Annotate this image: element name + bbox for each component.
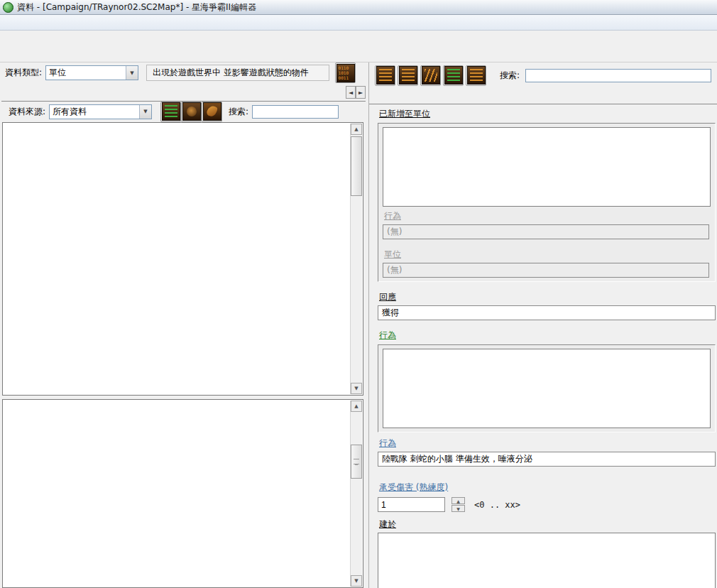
tree-view-icon bbox=[162, 102, 180, 121]
scroll-down-icon[interactable] bbox=[351, 575, 362, 587]
default-field-icon bbox=[467, 66, 486, 85]
data-type-label: 資料類型: bbox=[5, 67, 42, 79]
window-title: 資料 - [Campaign/TRaynor02.SC2Map*] - 星海爭霸… bbox=[17, 1, 256, 13]
tree-search-label: 搜索: bbox=[229, 106, 248, 118]
view-raw-data-button[interactable] bbox=[335, 62, 356, 83]
damage-taken-input[interactable] bbox=[378, 497, 445, 512]
gnarled-root-icon bbox=[182, 102, 201, 121]
unit-field[interactable]: (無) bbox=[383, 263, 709, 278]
field-search-label: 搜索: bbox=[500, 70, 520, 82]
behavior-field-label[interactable]: 行為 bbox=[384, 210, 401, 222]
show-defaults-button[interactable] bbox=[466, 65, 486, 86]
tree-search-input[interactable] bbox=[252, 105, 339, 119]
raw-field-icon bbox=[422, 66, 440, 85]
object-tree-scrollbar[interactable] bbox=[350, 124, 362, 394]
chevron-down-icon[interactable] bbox=[126, 66, 138, 80]
tab-scroll-buttons bbox=[346, 86, 366, 99]
unit-field-label[interactable]: 單位 bbox=[384, 249, 401, 261]
object-tree-panel bbox=[2, 122, 363, 396]
field-source-icon bbox=[399, 66, 417, 85]
behavior-field-value: (無) bbox=[387, 226, 402, 238]
data-type-select[interactable]: 單位 bbox=[45, 65, 138, 80]
left-pane: 資料類型: 單位 出現於遊戲世界中 並影響遊戲狀態的物件 資料來源: 所有資料 … bbox=[0, 62, 366, 588]
modified-field-icon bbox=[444, 66, 463, 85]
response-link[interactable]: 回應 bbox=[379, 291, 396, 303]
view-tree-button[interactable] bbox=[160, 102, 181, 122]
data-type-row: 資料類型: 單位 出現於遊戲世界中 並影響遊戲狀態的物件 bbox=[0, 63, 366, 82]
damage-taken-row: <0 .. xx> bbox=[378, 497, 717, 512]
attached-units-table[interactable] bbox=[383, 127, 711, 207]
damage-taken-stepper bbox=[451, 497, 465, 512]
data-type-description: 出現於遊戲世界中 並影響遊戲狀態的物件 bbox=[146, 65, 329, 81]
unit-field-value: (無) bbox=[387, 264, 402, 276]
behavior-text-value: 陸戰隊 刺蛇的小腦 準備生效，唾液分泌 bbox=[382, 453, 532, 465]
based-on-table[interactable] bbox=[378, 533, 716, 588]
added-to-units-link[interactable]: 已新增至單位 bbox=[379, 108, 430, 120]
scroll-thumb[interactable] bbox=[351, 445, 362, 479]
left-tab-bar bbox=[1, 82, 366, 102]
tab-scroll-right-icon[interactable] bbox=[356, 86, 366, 99]
object-tree bbox=[4, 124, 351, 395]
response-field[interactable]: 獲得 bbox=[378, 305, 716, 320]
damage-taken-link[interactable]: 承受傷害 (熟練度) bbox=[379, 481, 448, 494]
data-source-row: 資料來源: 所有資料 搜索: bbox=[0, 102, 366, 121]
field-tree-scrollbar[interactable] bbox=[350, 401, 362, 587]
behavior-text-link[interactable]: 行為 bbox=[379, 437, 396, 450]
tab-scroll-left-icon[interactable] bbox=[346, 86, 356, 99]
behaviors-list-link[interactable]: 行為 bbox=[379, 330, 396, 342]
scroll-thumb[interactable] bbox=[351, 136, 362, 196]
damage-taken-range: <0 .. xx> bbox=[474, 500, 520, 510]
app-logo-icon bbox=[3, 2, 13, 13]
menu-bar bbox=[0, 15, 717, 31]
behavior-text-field[interactable]: 陸戰隊 刺蛇的小腦 準備生效，唾液分泌 bbox=[378, 452, 716, 467]
scroll-up-icon[interactable] bbox=[351, 124, 362, 135]
binary-xml-icon bbox=[336, 64, 355, 82]
sort-fields-button[interactable] bbox=[375, 65, 395, 86]
based-on-link[interactable]: 建於 bbox=[379, 518, 396, 530]
right-toolbar: 搜索: bbox=[369, 62, 717, 88]
scroll-down-icon[interactable] bbox=[351, 383, 362, 394]
response-field-value: 獲得 bbox=[382, 307, 399, 319]
husk-leaf-icon bbox=[203, 102, 221, 121]
data-type-value: 單位 bbox=[46, 67, 66, 79]
show-raw-fields-button[interactable] bbox=[420, 65, 441, 86]
field-search-input[interactable] bbox=[525, 69, 711, 82]
behaviors-table[interactable] bbox=[383, 349, 711, 428]
spin-up-icon[interactable] bbox=[451, 497, 465, 504]
show-modified-button[interactable] bbox=[443, 65, 464, 86]
spin-down-icon[interactable] bbox=[451, 505, 465, 512]
show-default-button[interactable] bbox=[202, 102, 222, 122]
show-advanced-button[interactable] bbox=[181, 102, 202, 122]
sort-source-button[interactable] bbox=[398, 65, 418, 86]
data-source-select[interactable]: 所有資料 bbox=[49, 104, 152, 119]
attached-units-group: 行為 (無) 單位 (無) bbox=[378, 123, 716, 282]
behaviors-list-group bbox=[378, 344, 716, 432]
title-bar[interactable]: 資料 - [Campaign/TRaynor02.SC2Map*] - 星海爭霸… bbox=[0, 0, 717, 15]
behavior-field[interactable]: (無) bbox=[383, 224, 709, 239]
data-source-value: 所有資料 bbox=[50, 106, 87, 118]
main-toolbar bbox=[0, 31, 717, 62]
scroll-up-icon[interactable] bbox=[351, 401, 362, 412]
field-list-icon bbox=[376, 66, 395, 85]
right-tab-bar bbox=[369, 88, 717, 104]
field-tree bbox=[4, 401, 351, 587]
behavior-form: 已新增至單位 行為 (無) 單位 (無) 回應 獲得 行為 行為 陸戰隊 刺蛇的… bbox=[369, 104, 717, 588]
chevron-down-icon[interactable] bbox=[139, 105, 151, 119]
data-source-label: 資料來源: bbox=[9, 106, 45, 118]
right-pane: 搜索: 已新增至單位 行為 (無) 單位 (無) 回應 獲得 行為 行為 陸戰隊… bbox=[368, 62, 717, 588]
field-tree-panel bbox=[2, 399, 363, 588]
